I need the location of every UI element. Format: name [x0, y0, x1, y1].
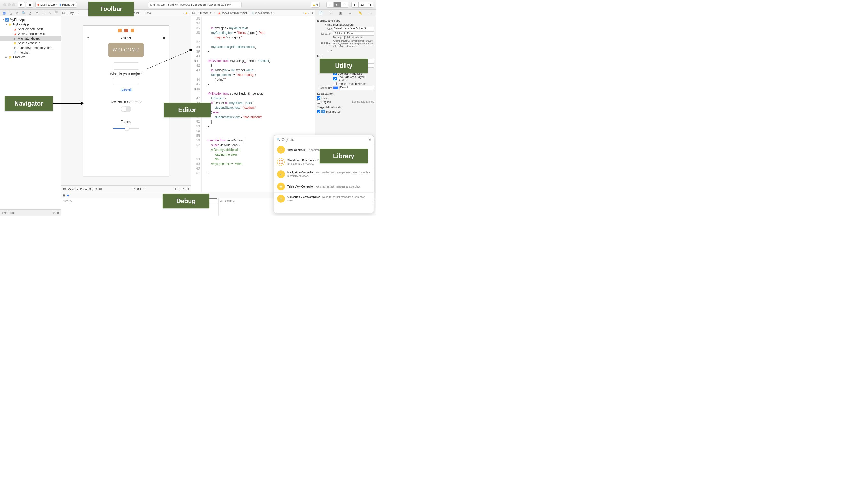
name-textfield[interactable]	[113, 63, 139, 70]
submit-button[interactable]: Submit	[83, 88, 169, 92]
tree-group[interactable]: ▼📁MyFirstApp	[0, 22, 61, 27]
tree-file-selected[interactable]: ◧Main.storyboard	[0, 36, 61, 41]
symbol-nav-icon[interactable]: ⧉	[15, 11, 19, 15]
zoom-level[interactable]: 100%	[134, 187, 142, 191]
annotation-navigator: Navigator	[5, 96, 53, 111]
window-controls	[3, 3, 15, 6]
output-select[interactable]: All Output	[220, 199, 232, 202]
tree-products[interactable]: ▶📁Products	[0, 55, 61, 59]
zoom-out[interactable]: −	[131, 187, 132, 191]
help-inspector-icon[interactable]: ?	[330, 11, 332, 15]
debug-nav-icon[interactable]: ⏸	[41, 11, 45, 15]
annotation-editor: Editor	[164, 103, 211, 117]
tree-project[interactable]: ▼AMyFirstApp	[0, 17, 61, 22]
navigator-tabs[interactable]: ▤ ◳ ⧉ 🔍 △ ◇ ⏸ ▷ ☰	[0, 10, 61, 16]
library-item[interactable]: ⊞ Collection View Controller - A control…	[274, 193, 374, 205]
student-label[interactable]: Are You a Student?	[83, 100, 169, 104]
scheme-selector[interactable]: ◆ MyFirstApp 〉 ▮ iPhone XR	[35, 2, 77, 8]
loc-base-checkbox[interactable]	[317, 96, 321, 100]
recent-icon[interactable]: ◷	[53, 211, 56, 214]
annotation-utility: Utility	[320, 58, 368, 73]
navigator-panel: ▤ ◳ ⧉ 🔍 △ ◇ ⏸ ▷ ☰ ▼AMyFirstApp ▼📁MyFirst…	[0, 10, 61, 216]
minimize-dot[interactable]	[8, 3, 11, 6]
file-inspector-icon[interactable]: 📄	[319, 11, 323, 15]
source-control-icon[interactable]: ◳	[9, 11, 13, 15]
attributes-inspector-icon[interactable]: ⟐	[349, 11, 351, 15]
doc-outline-icon[interactable]: ▤	[63, 187, 66, 191]
storyboard-canvas[interactable]: •••9:41 AM▮▮ WELCOME What is your major?…	[61, 16, 191, 185]
run-button[interactable]: ▶	[18, 2, 25, 8]
rating-label[interactable]: Rating	[83, 120, 169, 124]
breakpoint-nav-icon[interactable]: ▷	[48, 11, 52, 15]
welcome-image[interactable]: WELCOME	[108, 43, 144, 57]
table-controller-icon: ☰	[277, 183, 285, 190]
filter-input[interactable]	[8, 211, 52, 214]
report-nav-icon[interactable]: ☰	[54, 11, 58, 15]
inspector-tabs[interactable]: 📄 ? ▣ ⟐ 📏 →	[315, 10, 376, 16]
outline-toggle-icon[interactable]: ▤	[62, 11, 65, 15]
library-item[interactable]: ☰ Table View Controller - A controller t…	[274, 181, 374, 193]
tree-file[interactable]: ◧LaunchScreen.storyboard	[0, 45, 61, 50]
tint-select[interactable]: Default	[339, 86, 374, 90]
pin-icon[interactable]: ⊞	[178, 187, 180, 191]
editor-mode-segment[interactable]: ≡◐⇄	[326, 2, 348, 8]
warning-icon: ▲	[313, 3, 315, 6]
loc-en-checkbox[interactable]	[317, 100, 321, 104]
tree-file[interactable]: ◢ViewController.swift	[0, 31, 61, 36]
collection-controller-icon: ⊞	[277, 195, 285, 202]
toolbar: ▶ ◼ ◆ MyFirstApp 〉 ▮ iPhone XR MyFirstAp…	[0, 0, 376, 10]
project-tree: ▼AMyFirstApp ▼📁MyFirstApp ◢AppDelegate.s…	[0, 16, 61, 209]
location-select[interactable]: Relative to Group	[333, 31, 374, 36]
major-label[interactable]: What is your major?	[83, 72, 169, 76]
stop-button[interactable]: ◼	[26, 2, 33, 8]
code-jump-bar[interactable]: ▤‹› ◧Manual 〉◢ViewController.swift 〉CVie…	[191, 10, 315, 16]
student-switch[interactable]	[121, 106, 131, 112]
nav-controller-icon: ‹	[277, 170, 285, 178]
connections-inspector-icon[interactable]: →	[369, 11, 373, 15]
view-as-button[interactable]: View as: iPhone 8 (wC hR)	[68, 187, 102, 191]
tree-file[interactable]: 📁Assets.xcassets	[0, 41, 61, 45]
size-inspector-icon[interactable]: 📏	[358, 11, 362, 15]
close-dot[interactable]	[3, 3, 6, 6]
storyboard-ref-icon	[277, 158, 285, 166]
filter-icon: ⊕	[4, 211, 6, 214]
add-icon[interactable]: +	[2, 211, 3, 214]
object-library: 🔍 ⊞ ◻ View Controller - A controlle Stor…	[274, 135, 374, 213]
interface-builder: ▤ ‹› My… 〉 〉●View Controller 〉View ‹▲›	[61, 10, 191, 192]
annotation-debug: Debug	[162, 194, 209, 208]
embed-icon[interactable]: ⊟	[186, 187, 189, 191]
safearea-checkbox[interactable]	[333, 77, 337, 80]
status-bar: •••9:41 AM▮▮	[83, 35, 169, 40]
align-icon[interactable]: ⊡	[173, 187, 176, 191]
close-editor-icon[interactable]: ×	[312, 11, 314, 15]
zoom-in[interactable]: +	[143, 187, 145, 191]
launchscreen-checkbox[interactable]	[333, 82, 337, 85]
scene-header[interactable]	[83, 26, 169, 35]
panel-toggle-segment[interactable]: ◧⬓◨	[351, 2, 373, 8]
zoom-dot[interactable]	[12, 3, 15, 6]
file-type-select[interactable]: Default - Interface Builder St…	[333, 27, 374, 31]
auto-select[interactable]: Auto	[63, 199, 68, 202]
scm-icon[interactable]: ▣	[57, 211, 59, 214]
major-textfield[interactable]	[113, 78, 139, 85]
warning-icon[interactable]: ▲	[185, 11, 188, 15]
target-checkbox[interactable]	[317, 110, 321, 114]
test-nav-icon[interactable]: ◇	[35, 11, 39, 15]
find-nav-icon[interactable]: 🔍	[22, 11, 26, 15]
identity-inspector-icon[interactable]: ▣	[339, 11, 342, 15]
issue-nav-icon[interactable]: △	[28, 11, 32, 15]
svg-marker-1	[190, 50, 193, 52]
resolve-icon[interactable]: △	[182, 187, 184, 191]
issues-badge[interactable]: ▲ 6	[311, 2, 320, 8]
project-nav-icon[interactable]: ▤	[2, 11, 6, 15]
file-name[interactable]: Main.storyboard	[333, 23, 374, 26]
grid-view-icon[interactable]: ⊞	[369, 138, 371, 141]
add-editor-icon[interactable]: +	[310, 11, 311, 15]
library-item[interactable]: ‹ Navigation Controller - A controller t…	[274, 168, 374, 181]
library-search-input[interactable]	[282, 137, 367, 142]
debug-toggle-icon[interactable]: ▣	[63, 194, 65, 197]
rating-slider[interactable]	[113, 126, 139, 131]
breakpoint-toggle-icon[interactable]: ▶	[67, 194, 69, 197]
tree-file[interactable]: 📄Info.plist	[0, 50, 61, 55]
tree-file[interactable]: ◢AppDelegate.swift	[0, 27, 61, 31]
